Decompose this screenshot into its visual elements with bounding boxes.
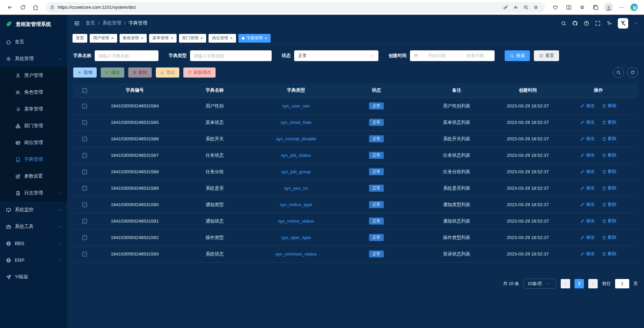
breadcrumb-home[interactable]: 首页 — [86, 20, 95, 26]
row-checkbox[interactable] — [82, 202, 87, 207]
tab-close-icon[interactable]: × — [265, 36, 267, 40]
status-select[interactable]: 正常 — [294, 50, 378, 61]
fullscreen-icon[interactable] — [595, 20, 601, 26]
dict-type-link[interactable]: sys_user_sex — [282, 103, 310, 108]
dict-type-link[interactable]: sys_notice_status — [278, 219, 314, 224]
sidebar-item-log-mgmt[interactable]: 日志管理 — [0, 185, 67, 201]
row-delete-link[interactable]: 删除 — [602, 251, 616, 257]
prev-page-button[interactable] — [561, 279, 570, 288]
font-size-icon[interactable] — [606, 20, 612, 26]
sidebar-item-system-monitor[interactable]: 系统监控 — [0, 201, 67, 218]
favorite-add-icon[interactable] — [531, 3, 541, 12]
refresh-table-button[interactable] — [627, 67, 638, 78]
help-icon[interactable] — [584, 20, 589, 26]
tab-post-mgmt[interactable]: 岗位管理× — [209, 34, 236, 43]
row-edit-link[interactable]: 修改 — [580, 234, 595, 240]
dict-type-link[interactable]: sys_common_status — [275, 251, 317, 256]
favorites-icon[interactable] — [577, 2, 587, 13]
row-delete-link[interactable]: 删除 — [602, 218, 616, 224]
copilot-icon[interactable]: b — [630, 3, 639, 12]
profile-avatar[interactable] — [604, 3, 613, 12]
row-checkbox[interactable] — [82, 153, 87, 158]
row-edit-link[interactable]: 修改 — [580, 103, 595, 109]
row-edit-link[interactable]: 修改 — [580, 152, 595, 158]
row-checkbox[interactable] — [82, 120, 87, 125]
show-search-toggle-button[interactable] — [613, 67, 624, 78]
github-icon[interactable] — [572, 20, 578, 26]
select-all-checkbox[interactable] — [82, 88, 87, 93]
search-button[interactable]: 搜索 — [505, 50, 530, 61]
dict-type-link[interactable]: sys_job_group — [281, 169, 311, 174]
goto-page-input[interactable] — [615, 279, 629, 288]
row-delete-link[interactable]: 删除 — [602, 169, 616, 175]
header-search-icon[interactable] — [561, 20, 566, 26]
sidebar-item-erp[interactable]: ERP — [0, 252, 67, 269]
browser-essentials-icon[interactable] — [550, 2, 560, 13]
row-checkbox[interactable] — [82, 219, 87, 224]
sidebar-item-home[interactable]: 首页 — [0, 34, 67, 50]
tab-close-icon[interactable]: × — [111, 36, 114, 40]
sidebar-collapse-icon[interactable] — [74, 20, 80, 27]
zoom-icon[interactable] — [521, 3, 531, 12]
sidebar-item-bbs[interactable]: BBS — [0, 235, 67, 252]
export-button[interactable]: 导出 — [156, 67, 179, 78]
tab-close-icon[interactable]: × — [171, 36, 173, 40]
row-checkbox[interactable] — [82, 235, 87, 240]
sidebar-item-system-mgmt[interactable]: 系统管理 — [0, 50, 67, 67]
current-page-button[interactable]: 1 — [574, 279, 584, 288]
tab-close-icon[interactable]: × — [141, 36, 144, 40]
dict-type-link[interactable]: sys_show_hide — [280, 120, 311, 125]
tab-home[interactable]: 首页 — [73, 34, 87, 43]
row-checkbox[interactable] — [82, 252, 87, 256]
row-edit-link[interactable]: 修改 — [580, 185, 595, 191]
sidebar-item-menu-mgmt[interactable]: 菜单管理 — [0, 101, 67, 118]
tab-menu-mgmt[interactable]: 菜单管理× — [149, 34, 177, 43]
add-button[interactable]: 新增 — [73, 67, 97, 78]
row-edit-link[interactable]: 修改 — [580, 201, 595, 207]
dict-type-link[interactable]: sys_job_status — [281, 153, 311, 158]
row-edit-link[interactable]: 修改 — [580, 251, 595, 257]
row-delete-link[interactable]: 删除 — [602, 185, 616, 191]
row-delete-link[interactable]: 删除 — [602, 119, 616, 125]
tab-dict-mgmt[interactable]: 字典管理× — [238, 34, 271, 43]
dict-type-link[interactable]: sys_normal_disable — [276, 136, 316, 141]
sidebar-item-post-mgmt[interactable]: 岗位管理 — [0, 134, 67, 151]
tab-role-mgmt[interactable]: 角色管理× — [120, 34, 147, 43]
read-aloud-icon[interactable] — [511, 3, 521, 12]
sidebar-item-user-mgmt[interactable]: 用户管理 — [0, 67, 67, 84]
page-size-select[interactable]: 10条/页 — [523, 279, 556, 289]
collections-icon[interactable] — [591, 2, 601, 13]
dict-type-link[interactable]: sys_oper_type — [281, 235, 311, 240]
row-edit-link[interactable]: 修改 — [580, 218, 595, 224]
tab-close-icon[interactable]: × — [200, 36, 203, 40]
row-checkbox[interactable] — [82, 137, 87, 141]
user-logo-avatar[interactable]: Y, — [618, 18, 628, 29]
reset-button[interactable]: 重置 — [534, 50, 559, 61]
delete-button[interactable]: 删除 — [128, 67, 152, 78]
sidebar-item-dict-mgmt[interactable]: 字典管理 — [0, 151, 67, 168]
row-edit-link[interactable]: 修改 — [580, 169, 595, 175]
dict-type-link[interactable]: sys_yes_no — [284, 186, 308, 191]
row-delete-link[interactable]: 删除 — [602, 234, 616, 240]
row-edit-link[interactable]: 修改 — [580, 136, 595, 142]
row-delete-link[interactable]: 删除 — [602, 201, 616, 207]
tab-close-icon[interactable]: × — [230, 36, 233, 40]
tab-user-mgmt[interactable]: 用户管理× — [90, 34, 117, 43]
breadcrumb-system[interactable]: 系统管理 — [102, 20, 121, 26]
date-range-picker[interactable]: 开始日期 - 结束日期 — [410, 50, 495, 61]
avatar-caret-icon[interactable] — [634, 21, 637, 25]
refresh-cache-button[interactable]: 刷新缓存 — [183, 67, 216, 78]
sidebar-item-yi-framework[interactable]: Yi框架 — [0, 269, 67, 285]
browser-home-icon[interactable] — [30, 2, 42, 13]
edit-button[interactable]: 修改 — [101, 67, 124, 78]
address-bar[interactable]: https://ccnetcore.com:1101/system/dict — [46, 2, 545, 13]
sidebar-item-dept-mgmt[interactable]: 部门管理 — [0, 118, 67, 134]
more-menu-icon[interactable] — [616, 2, 627, 13]
row-checkbox[interactable] — [82, 186, 87, 191]
refresh-icon[interactable] — [17, 2, 29, 13]
split-screen-icon[interactable] — [564, 2, 574, 13]
sidebar-item-param-settings[interactable]: 参数设置 — [0, 168, 67, 185]
dict-type-input[interactable] — [190, 50, 272, 61]
dict-type-link[interactable]: sys_notice_type — [280, 202, 312, 207]
dict-name-input[interactable] — [95, 50, 158, 61]
